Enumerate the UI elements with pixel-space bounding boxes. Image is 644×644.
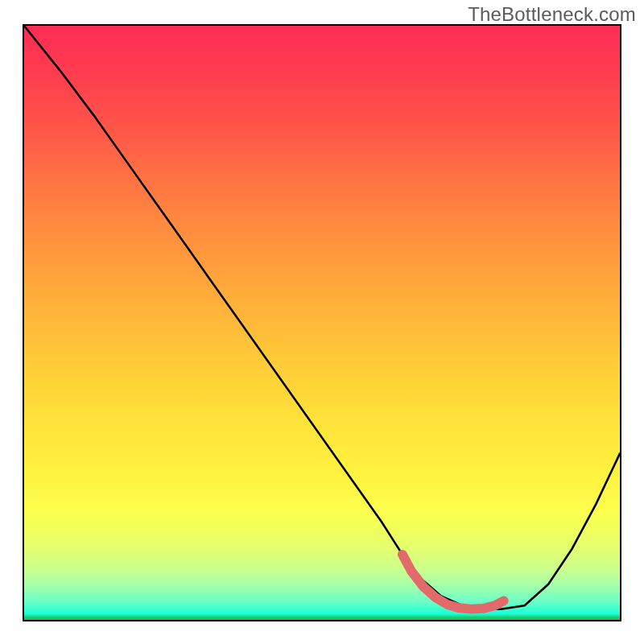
bottleneck-curve	[24, 26, 620, 609]
watermark-text: TheBottleneck.com	[468, 3, 636, 26]
chart-svg	[24, 26, 620, 620]
chart-container: TheBottleneck.com	[0, 0, 644, 644]
plot-area	[23, 24, 621, 621]
